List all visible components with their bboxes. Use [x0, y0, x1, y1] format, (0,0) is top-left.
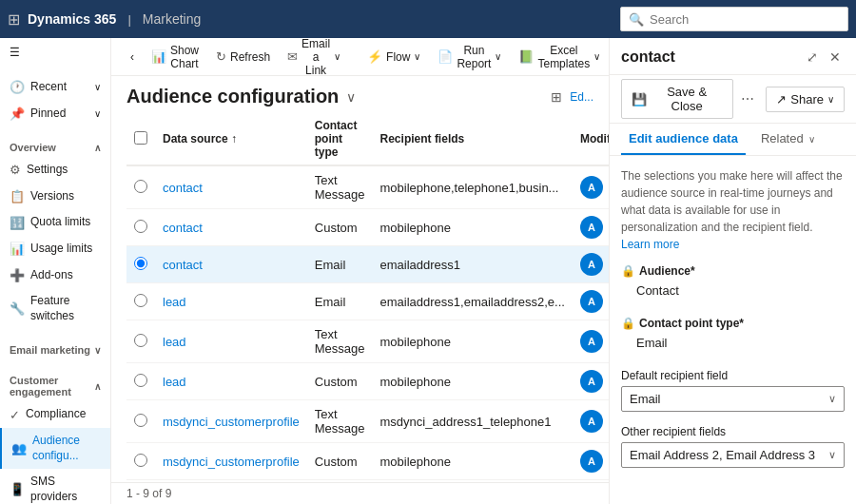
data-source-link[interactable]: contact — [163, 181, 203, 195]
row-select-radio[interactable] — [134, 374, 147, 387]
save-close-button[interactable]: 💾 Save & Close — [621, 79, 733, 119]
cell-data-source[interactable]: msdynci_customerprofile — [155, 400, 307, 443]
row-select-radio[interactable] — [134, 454, 147, 467]
run-report-label: Run Report — [457, 44, 491, 70]
flow-icon: ⚡ — [367, 49, 382, 64]
cell-data-source[interactable]: contact — [155, 209, 307, 246]
excel-templates-button[interactable]: 📗 Excel Templates ∨ — [511, 40, 608, 74]
cell-data-source[interactable]: msdynci_customerprofile — [155, 443, 307, 480]
cell-modified-by: A #admi... — [573, 320, 609, 363]
panel-content: The selections you make here will affect… — [610, 156, 856, 504]
page-header: Audience configuration ∨ ⊞ Ed... — [111, 76, 609, 113]
tab-edit-audience[interactable]: Edit audience data — [621, 124, 746, 155]
back-button[interactable]: ‹ — [123, 47, 142, 68]
cell-modified-by: A #admi... — [573, 209, 609, 246]
data-source-link[interactable]: lead — [163, 295, 186, 309]
sidebar-item-feature-switches[interactable]: 🔧 Feature switches — [0, 288, 110, 329]
grid-view-icon[interactable]: ⊞ — [551, 89, 562, 105]
audience-value: Contact — [621, 281, 845, 303]
row-checkbox-cell[interactable] — [126, 283, 155, 320]
data-source-link[interactable]: msdynci_customerprofile — [163, 415, 300, 429]
sidebar-item-quota-limits[interactable]: 🔢 Quota limits — [0, 209, 110, 236]
share-button[interactable]: ↗ Share ∨ — [766, 87, 845, 112]
sidebar-item-compliance[interactable]: ✓ Compliance — [0, 401, 110, 428]
hamburger-menu[interactable]: ☰ — [0, 38, 110, 67]
sidebar-item-versions[interactable]: 📋 Versions — [0, 184, 110, 210]
col-recipient-fields[interactable]: Recipient fields — [373, 113, 573, 165]
grid-icon[interactable]: ⊞ — [8, 10, 20, 29]
row-checkbox-cell[interactable] — [126, 209, 155, 246]
table-row: contact Email emailaddress1 A #admi... — [126, 246, 609, 283]
data-source-link[interactable]: lead — [163, 335, 186, 349]
search-input[interactable] — [650, 12, 840, 27]
contact-lock-icon: 🔒 — [621, 317, 635, 330]
row-select-radio[interactable] — [134, 294, 147, 307]
flow-button[interactable]: ⚡ Flow ∨ — [360, 46, 428, 68]
excel-icon: 📗 — [518, 49, 534, 64]
cell-recipient-fields: mobilephone — [373, 443, 573, 480]
row-select-radio[interactable] — [134, 257, 147, 270]
row-checkbox-cell[interactable] — [126, 165, 155, 209]
cell-data-source[interactable]: contact — [155, 165, 307, 209]
select-all-header[interactable] — [126, 113, 155, 165]
panel-expand-button[interactable]: ⤢ — [803, 48, 822, 67]
row-select-radio[interactable] — [134, 334, 147, 347]
row-checkbox-cell[interactable] — [126, 363, 155, 400]
panel-more-button[interactable]: ⋯ — [737, 89, 758, 108]
sidebar-item-audience-config[interactable]: 👥 Audience configu... — [0, 428, 110, 469]
row-checkbox-cell[interactable] — [126, 400, 155, 443]
cell-recipient-fields: mobilephone — [373, 320, 573, 363]
data-source-link[interactable]: msdynci_customerprofile — [163, 455, 300, 469]
tab-related[interactable]: Related ∨ — [753, 124, 823, 155]
sidebar-item-recent[interactable]: 🕐 Recent ∨ — [0, 74, 110, 101]
flow-label: Flow — [386, 50, 410, 64]
audience-label-text: Audience* — [639, 264, 695, 278]
sidebar-item-pinned[interactable]: 📌 Pinned ∨ — [0, 101, 110, 127]
edit-link[interactable]: Ed... — [570, 90, 593, 104]
default-recipient-section: Default recipient field Email ∨ — [621, 369, 845, 412]
row-checkbox-cell[interactable] — [126, 320, 155, 363]
cell-modified-by: A #admi... — [573, 363, 609, 400]
run-report-button[interactable]: 📄 Run Report ∨ — [430, 40, 509, 74]
cell-contact-point-type: Email — [307, 283, 373, 320]
sidebar-item-settings[interactable]: ⚙ Settings — [0, 157, 110, 184]
cell-data-source[interactable]: lead — [155, 283, 307, 320]
sidebar-item-sms-providers[interactable]: 📱 SMS providers — [0, 469, 110, 504]
col-data-source[interactable]: Data source ↑ — [155, 113, 307, 165]
email-link-button[interactable]: ✉ Email a Link ∨ — [280, 38, 348, 81]
share-label: Share — [790, 92, 824, 107]
sidebar-item-add-ons[interactable]: ➕ Add-ons — [0, 262, 110, 289]
search-bar[interactable]: 🔍 — [620, 7, 848, 31]
hamburger-icon: ☰ — [10, 46, 20, 59]
data-source-link[interactable]: contact — [163, 258, 203, 272]
row-select-radio[interactable] — [134, 220, 147, 233]
col-contact-point-type[interactable]: Contact point type — [307, 113, 373, 165]
row-select-radio[interactable] — [134, 180, 147, 193]
refresh-button[interactable]: ↻ Refresh — [208, 46, 278, 68]
data-source-link[interactable]: contact — [163, 221, 203, 235]
sidebar-item-usage-limits[interactable]: 📊 Usage limits — [0, 236, 110, 262]
data-source-link[interactable]: lead — [163, 375, 186, 389]
email-marketing-header[interactable]: Email marketing ∨ — [0, 337, 110, 359]
show-chart-button[interactable]: 📊 Show Chart — [144, 40, 206, 74]
panel-close-button[interactable]: ✕ — [826, 48, 845, 67]
cell-data-source[interactable]: lead — [155, 363, 307, 400]
row-checkbox-cell[interactable] — [126, 443, 155, 480]
sidebar-item-label: Audience configu... — [32, 434, 101, 463]
cell-data-source[interactable]: contact — [155, 246, 307, 283]
cell-data-source[interactable]: lead — [155, 320, 307, 363]
col-recipient-label: Recipient fields — [380, 132, 465, 145]
other-recipient-dropdown[interactable]: Email Address 2, Email Address 3 ∨ — [621, 442, 845, 468]
customer-engagement-header[interactable]: Customer engagement ∧ — [0, 367, 110, 401]
learn-more-link[interactable]: Learn more — [621, 238, 679, 251]
row-select-radio[interactable] — [134, 414, 147, 427]
contact-point-label-text: Contact point type* — [639, 317, 744, 330]
cell-contact-point-type: Text Message — [307, 320, 373, 363]
row-checkbox-cell[interactable] — [126, 246, 155, 283]
select-all-checkbox[interactable] — [134, 131, 147, 145]
page-title-chevron-icon[interactable]: ∨ — [346, 89, 356, 105]
overview-group-header[interactable]: Overview ∧ — [0, 134, 110, 157]
overview-label: Overview — [10, 142, 56, 153]
default-recipient-dropdown[interactable]: Email ∨ — [621, 386, 845, 412]
cell-recipient-fields: msdynci_address1_telephone1 — [373, 400, 573, 443]
